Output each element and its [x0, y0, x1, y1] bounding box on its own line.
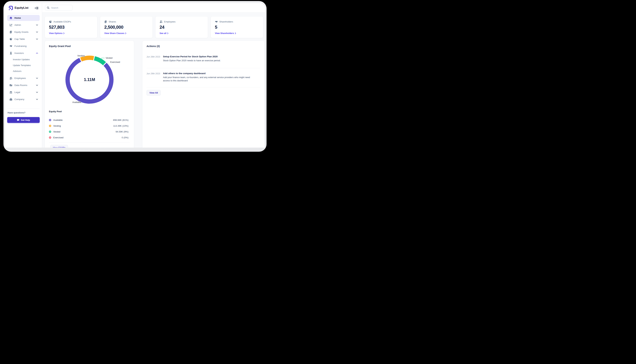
equitylist-logo-icon [8, 5, 13, 10]
sidebar-item-company[interactable]: Company [7, 96, 40, 102]
view-shareholders-link[interactable]: View Shareholders [215, 32, 259, 34]
view-share-classes-link[interactable]: View Share Classes [104, 32, 148, 34]
chevron-down-icon [36, 38, 38, 40]
chevron-right-icon [63, 32, 64, 34]
chevron-down-icon [36, 78, 38, 79]
equity-donut-chart: 1.11M [66, 56, 114, 104]
legend-label: Vested [53, 130, 60, 133]
sidebar-item-label: Home [15, 17, 38, 19]
sidebar-item-home[interactable]: Home [7, 15, 40, 21]
sidebar-item-investor-updates[interactable]: Investor Updates [7, 57, 40, 62]
action-description: Add your finance team, co-founders, and … [163, 76, 251, 82]
sidebar-item-investors[interactable]: Investors [7, 50, 40, 56]
stat-value: 2,500,000 [104, 24, 148, 30]
stat-label: Shares [109, 20, 116, 23]
handshake-icon [9, 44, 12, 48]
link-label: View Share Classes [104, 32, 124, 34]
link-label: See all [160, 32, 166, 34]
view-options-link[interactable]: View Options [49, 32, 93, 34]
sidebar-item-label: Company [15, 98, 34, 100]
sidebar-footer-divider [8, 108, 40, 108]
legend-value: 113.39K (10%) [113, 124, 128, 127]
sidebar-item-advisors[interactable]: Advisors [7, 69, 40, 73]
sidebar-item-legal[interactable]: Legal [7, 89, 40, 95]
available-ring-icon [49, 119, 51, 121]
people-icon [9, 77, 12, 80]
vesting-ring-icon [49, 125, 51, 127]
sidebar-divider [8, 13, 40, 13]
sidebar-item-label: Update Templates [13, 64, 31, 66]
sidebar-item-data-rooms[interactable]: Data Rooms [7, 82, 40, 88]
logo[interactable]: EquityList [8, 5, 28, 10]
equity-grant-pool-title: Equity Grant Pool [49, 44, 71, 48]
folder-chart-icon [9, 84, 12, 87]
donut-center-total: 1.11M [66, 56, 114, 104]
legend-value: 0 (0%) [122, 136, 128, 139]
chat-bubble-icon [17, 119, 20, 121]
stat-label: Available ESOPs [53, 20, 71, 23]
stats-row: Available ESOPs 527,803 View Options [45, 16, 263, 38]
actions-card: Actions (2) Jun 26th 2023 Setup Exercise… [142, 41, 264, 148]
get-help-label: Get Help [21, 119, 30, 121]
sidebar-item-equity-grants[interactable]: Equity Grants [7, 29, 40, 35]
sidebar-item-update-templates[interactable]: Update Templates [7, 63, 40, 68]
chevron-right-icon [167, 32, 168, 34]
logo-text: EquityList [15, 6, 28, 10]
legend-row-vested: Vested 94.59K (9%) [49, 129, 128, 134]
stat-value: 24 [160, 24, 204, 30]
stat-label: Shareholders [219, 20, 233, 23]
chevron-up-icon [36, 52, 38, 54]
stat-card-available-esops: Available ESOPs 527,803 View Options [45, 16, 97, 38]
sidebar-item-label: Investor Updates [13, 58, 30, 61]
sidebar-item-employees[interactable]: Employees [7, 75, 40, 81]
equity-pool-section-title: Equity Pool [49, 110, 62, 113]
action-date: Jun 29th 2023 [147, 72, 163, 82]
share-certificate-icon [104, 20, 107, 23]
sidebar-item-admin[interactable]: Admin [7, 22, 40, 28]
chevron-down-icon [36, 84, 38, 86]
legend-label: Available [53, 119, 63, 121]
stat-card-employees: Employees 24 See all [155, 16, 208, 38]
view-all-button[interactable]: View All [147, 90, 161, 96]
legend-label: Exercised [53, 136, 63, 139]
action-item[interactable]: Jun 29th 2023 Add others to the company … [147, 72, 260, 82]
donut-label-exercised: Exercised [110, 61, 120, 63]
get-help-button[interactable]: Get Help [7, 117, 40, 123]
link-label: View Options [49, 32, 63, 34]
chart-line-icon [9, 24, 12, 26]
see-all-link[interactable]: See all [160, 32, 204, 34]
home-icon [9, 16, 12, 20]
sidebar-item-label: Equity Grants [15, 31, 34, 33]
action-item[interactable]: Jun 26th 2023 Setup Exercise Period for … [147, 55, 260, 62]
sidebar-item-label: Investors [15, 52, 34, 54]
legend-value: 94.59K (9%) [116, 130, 128, 133]
chevron-down-icon [36, 32, 38, 33]
screenshot-stage: EquityList Home [0, 0, 269, 154]
action-title: Setup Exercise Period for Stock Option P… [163, 55, 220, 58]
sidebar-item-label: Admin [15, 24, 34, 26]
briefcase-icon [9, 98, 12, 101]
action-description: Stock Option Plan 2020 needs to have an … [163, 59, 220, 62]
donut-label-vested: Vested [106, 57, 113, 59]
legend-row-exercised: Exercised 0 (0%) [49, 134, 128, 140]
bank-icon [9, 91, 12, 94]
legend-value: 898.68K (81%) [113, 119, 128, 121]
collapse-sidebar-icon[interactable] [35, 7, 39, 10]
stat-value: 527,803 [49, 24, 93, 30]
sidebar-item-fundraising[interactable]: Fundraising [7, 43, 40, 49]
sidebar-item-cap-table[interactable]: Cap Table [7, 36, 40, 42]
search-box[interactable] [45, 5, 73, 11]
search-input[interactable] [51, 6, 70, 9]
action-date: Jun 26th 2023 [147, 55, 163, 62]
legend-label: Vesting [53, 124, 61, 127]
app-window: EquityList Home [5, 3, 265, 148]
investor-icon [9, 52, 12, 54]
pie-chart-icon [9, 38, 12, 40]
vested-ring-icon [49, 130, 51, 133]
sidebar-item-label: Data Rooms [15, 84, 34, 86]
sidebar-item-label: Cap Table [15, 38, 34, 40]
view-esops-button[interactable]: View ESOPs [50, 145, 68, 148]
sidebar-item-label: Advisors [13, 70, 22, 72]
main-content: Available ESOPs 527,803 View Options [42, 12, 265, 148]
sidebar-item-label: Employees [15, 77, 34, 80]
